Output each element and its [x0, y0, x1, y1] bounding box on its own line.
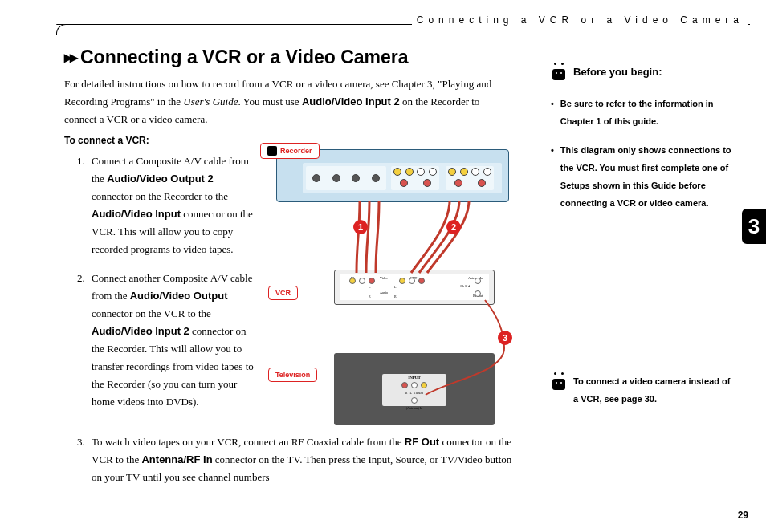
- step-text: connector on the VCR to the: [92, 307, 211, 319]
- label-television: Television: [268, 368, 317, 382]
- recorder-ports-misc: [306, 166, 386, 190]
- r-label: R: [405, 391, 408, 395]
- step-number: 2.: [77, 270, 92, 411]
- vcr-rf-out-port: [475, 290, 481, 297]
- step-number: 1.: [77, 152, 92, 258]
- cable-1: [353, 201, 385, 274]
- r-label: R: [394, 294, 397, 298]
- step-bold: Audio/Video Output 2: [107, 173, 214, 185]
- tv-ports: [382, 382, 446, 388]
- running-head: Connecting a VCR or a Video Camera: [412, 14, 748, 26]
- sidebar-note-text: To connect a video camera instead of a V…: [573, 372, 734, 408]
- sidebar-heading: Before you begin:: [551, 63, 734, 80]
- sidebar-item-text: This diagram only shows connections to t…: [560, 141, 734, 212]
- step-text: connector on the Recorder to the: [92, 190, 228, 202]
- intro-text: . You must use: [238, 95, 301, 108]
- l-label: L: [394, 285, 396, 289]
- badge-1: 1: [353, 220, 368, 234]
- title-text: Connecting a VCR or a Video Camera: [80, 47, 409, 67]
- label-recorder: Recorder: [260, 143, 320, 159]
- recorder-back-panel: [303, 163, 502, 193]
- step-3: 3. To watch video tapes on your VCR, con…: [77, 433, 520, 486]
- cable-2: [443, 201, 483, 274]
- sidebar-list: •Be sure to refer to the information in …: [551, 95, 734, 212]
- step-body: To watch video tapes on your VCR, connec…: [92, 433, 520, 486]
- connection-diagram: IN Video OUT Antenna In Ch 3/ 4 RF Out L…: [257, 143, 536, 430]
- tivo-icon: [551, 64, 567, 80]
- page-title: ▸▸Connecting a VCR or a Video Camera: [64, 47, 409, 68]
- subheading-connect-vcr: To connect a VCR:: [64, 135, 149, 146]
- tv-antenna-label: (Antenna) In: [382, 406, 446, 410]
- vcr-audio-label: Audio: [380, 290, 388, 294]
- diagram-television: INPUT R L VIDEO (Antenna) In: [334, 353, 495, 425]
- step-text: To watch video tapes on your VCR, connec…: [92, 436, 405, 448]
- badge-3: 3: [498, 331, 512, 345]
- sidebar-item: •Be sure to refer to the information in …: [551, 95, 734, 130]
- steps-column: 1. Connect a Composite A/V cable from th…: [77, 152, 255, 422]
- step-bold: Audio/Video Input: [92, 208, 181, 220]
- label-vcr: VCR: [268, 286, 298, 300]
- vcr-rf-ports: [475, 278, 481, 284]
- sidebar-heading-text: Before you begin:: [573, 66, 662, 78]
- recorder-av-out-ports: [391, 166, 439, 190]
- l-label: L: [369, 285, 370, 289]
- sidebar-item: •This diagram only shows connections to …: [551, 141, 734, 212]
- step-2: 2. Connect another Composite A/V cable f…: [77, 270, 255, 411]
- step-bold: Antenna/RF In: [141, 453, 212, 465]
- tv-input-panel: INPUT R L VIDEO (Antenna) In: [382, 374, 446, 406]
- recorder-av-in-ports: [446, 166, 494, 190]
- intro-italic: User's Guide: [183, 95, 238, 108]
- intro-bold: Audio/Video Input 2: [302, 95, 400, 108]
- step-bold: RF Out: [405, 436, 439, 448]
- tv-antenna-port: [382, 397, 446, 404]
- tivo-icon: [551, 374, 567, 390]
- step-text: connector on the Recorder. This will all…: [92, 325, 254, 408]
- sidebar: Before you begin: •Be sure to refer to t…: [551, 63, 734, 223]
- video-label: VIDEO: [414, 391, 423, 395]
- vcr-video-label: Video: [380, 276, 388, 280]
- l-label: L: [409, 391, 411, 395]
- tivo-mini-icon: [267, 146, 277, 156]
- bullet-icon: •: [551, 95, 554, 130]
- step-body: Connect a Composite A/V cable from the A…: [92, 152, 255, 258]
- vcr-ch-label: Ch 3/ 4: [460, 284, 470, 288]
- diagram-vcr: IN Video OUT Antenna In Ch 3/ 4 RF Out L…: [334, 270, 495, 305]
- step-bold: Audio/Video Output: [130, 290, 228, 302]
- badge-2: 2: [446, 220, 461, 234]
- bullet-icon: •: [551, 141, 554, 212]
- chevrons-icon: ▸▸: [64, 47, 75, 67]
- r-label: R: [369, 294, 371, 298]
- vcr-in-ports: [349, 278, 375, 284]
- page-number: 29: [738, 510, 748, 521]
- step-number: 3.: [77, 433, 92, 486]
- vcr-back-panel: IN Video OUT Antenna In Ch 3/ 4 RF Out L…: [340, 274, 489, 300]
- step-body: Connect another Composite A/V cable from…: [92, 270, 255, 411]
- label-recorder-text: Recorder: [280, 147, 312, 155]
- tv-input-label: INPUT: [382, 376, 446, 380]
- vcr-out-ports: [399, 278, 425, 284]
- sidebar-note: To connect a video camera instead of a V…: [551, 372, 734, 408]
- chapter-tab: 3: [742, 209, 766, 244]
- step-1: 1. Connect a Composite A/V cable from th…: [77, 152, 255, 258]
- sidebar-item-text: Be sure to refer to the information in C…: [560, 95, 734, 130]
- intro-paragraph: For detailed instructions on how to reco…: [64, 75, 514, 128]
- step-bold: Audio/Video Input 2: [92, 325, 189, 337]
